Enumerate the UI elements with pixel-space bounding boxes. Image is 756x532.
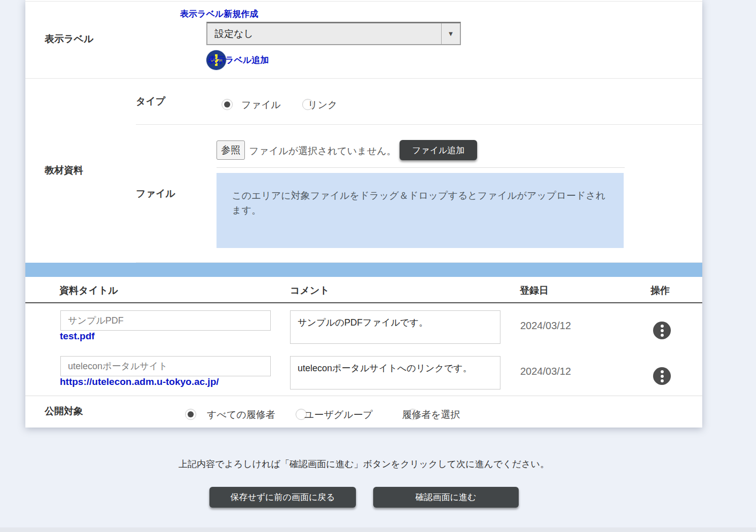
file-dropzone[interactable]: このエリアに対象ファイルをドラッグ＆ドロップするとファイルがアップロードされます… [217,173,624,248]
type-sub-label: タイプ [136,95,165,108]
chevron-down-icon: ▼ [448,30,454,38]
material-title-input[interactable] [60,356,271,376]
col-header-comment: コメント [290,284,330,297]
divider [25,78,702,79]
material-comment-input[interactable]: uteleconポータルサイトへのリンクです。 [290,356,500,389]
divider [25,396,702,396]
header-divider [25,302,702,303]
audience-row-label: 公開対象 [45,405,83,418]
page: 表示ラベル 表示ラベル新規作成 設定なし ▼ 表示ラベル追加 教材資料 タイプ … [0,0,756,532]
proceed-button[interactable]: 確認画面に進む [373,487,519,508]
back-button[interactable]: 保存せずに前の画面に戻る [209,487,356,508]
material-file-link[interactable]: test.pdf [60,331,95,342]
kebab-menu-icon[interactable] [653,367,671,385]
col-header-action: 操作 [651,284,670,297]
radio-audience-all-label: すべての履修者 [207,408,275,421]
select-arrow-box[interactable]: ▼ [441,23,460,44]
display-label-row-label: 表示ラベル [45,32,93,46]
display-label-select-value: 設定なし [214,27,254,41]
material-comment-input[interactable]: サンプルのPDFファイルです。 [290,310,500,344]
no-file-selected-text: ファイルが選択されていません。 [249,145,396,158]
radio-audience-all[interactable] [185,409,196,420]
col-header-title: 資料タイトル [59,284,118,297]
material-date: 2024/03/12 [520,366,571,377]
browse-button[interactable]: 参照 [217,140,245,160]
materials-table: 資料タイトル コメント 登録日 操作 test.pdf サンプルのPDFファイル… [25,277,702,428]
add-display-label-link[interactable]: 表示ラベル追加 [208,54,269,66]
divider [136,124,702,125]
radio-type-link-label: リンク [308,98,337,112]
display-label-select[interactable]: 設定なし ▼ [206,22,461,45]
bottom-strip [0,527,756,532]
radio-audience-usergroup-label: ユーザグループ [304,408,373,421]
kebab-menu-icon[interactable] [653,322,671,339]
section-separator-bar [25,263,702,277]
divider [217,167,625,168]
file-sub-label: ファイル [136,187,175,200]
radio-type-file[interactable] [222,99,233,110]
create-display-label-link[interactable]: 表示ラベル新規作成 [180,8,258,20]
add-file-button[interactable]: ファイル追加 [400,140,477,160]
radio-type-file-label: ファイル [241,98,281,112]
material-date: 2024/03/12 [520,320,571,332]
instruction-text: 上記内容でよろしければ「確認画面に進む」ボタンをクリックして次に進んでください。 [25,458,702,470]
divider [25,1,702,2]
material-row-label: 教材資料 [45,164,83,177]
col-header-date: 登録日 [520,284,549,297]
radio-audience-select-label: 履修者を選択 [402,408,460,421]
material-url-link[interactable]: https://utelecon.adm.u-tokyo.ac.jp/ [60,376,219,387]
material-title-input[interactable] [60,310,271,331]
